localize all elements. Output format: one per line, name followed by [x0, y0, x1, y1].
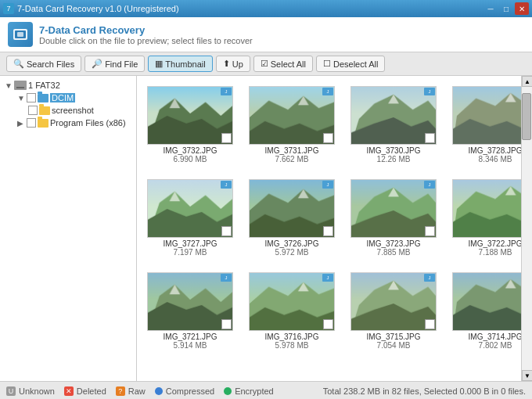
thumbnail-area[interactable]: JIMG_3732.JPG6.990 MBJIMG_3731.JPG7.662 … — [137, 76, 521, 381]
thumbnail-checkbox[interactable] — [221, 319, 232, 329]
file-type-badge: J — [322, 88, 333, 95]
thumbnail-checkbox[interactable] — [425, 319, 435, 329]
deselect-all-button[interactable]: ☐ Deselect All — [316, 56, 385, 72]
tree-children: ▼ DCIM screenshot ▶ Program Files (x86) — [3, 92, 133, 129]
thumbnail-filename: IMG_3728.JPG — [469, 146, 521, 155]
list-item[interactable]: JIMG_3716.JPG5.978 MB — [245, 268, 339, 354]
list-item[interactable]: JIMG_3730.JPG12.26 MB — [347, 82, 440, 167]
file-type-badge: J — [221, 88, 232, 95]
maximize-button[interactable]: □ — [499, 2, 513, 15]
checkbox-pf[interactable] — [27, 118, 36, 128]
close-button[interactable]: ✕ — [515, 2, 529, 15]
thumbnail-checkbox[interactable] — [221, 133, 232, 143]
thumbnail-checkbox[interactable] — [425, 226, 435, 236]
scroll-thumb[interactable] — [522, 93, 531, 140]
search-files-button[interactable]: 🔍 Search Files — [6, 56, 81, 72]
thumbnail-wrapper: J — [452, 179, 521, 238]
tree-toggle-dcim[interactable]: ▼ — [17, 94, 25, 102]
minimize-button[interactable]: ─ — [483, 2, 498, 15]
scroll-down-button[interactable]: ▼ — [522, 370, 532, 381]
title-bar-left: 7 7-Data Card Recovery v1.0 (Unregistere… — [3, 3, 179, 14]
thumbnail-checkbox[interactable] — [323, 226, 333, 236]
compressed-dot — [155, 387, 163, 395]
tree-toggle[interactable]: ▼ — [5, 81, 13, 90]
thumbnail-wrapper: J — [249, 86, 335, 145]
label-screenshot: screenshot — [52, 106, 94, 115]
thumbnail-checkbox[interactable] — [323, 319, 333, 329]
scroll-up-button[interactable]: ▲ — [522, 76, 532, 87]
thumbnail-wrapper: J — [147, 272, 233, 331]
list-item[interactable]: JIMG_3714.JPG7.802 MB — [448, 268, 521, 354]
search-icon: 🔍 — [13, 59, 24, 69]
unknown-icon: U — [6, 386, 16, 396]
file-type-badge: J — [424, 181, 435, 189]
file-type-badge: J — [221, 181, 232, 189]
thumbnail-filesize: 7.802 MB — [479, 341, 512, 350]
list-item[interactable]: JIMG_3728.JPG8.346 MB — [448, 82, 521, 167]
unknown-label: Unknown — [19, 386, 55, 396]
thumbnail-wrapper: J — [452, 272, 521, 331]
thumbnail-wrapper: J — [350, 86, 437, 145]
up-icon: ⬆ — [223, 59, 230, 69]
thumbnail-wrapper: J — [249, 272, 335, 331]
thumbnail-filename: IMG_3722.JPG — [469, 239, 521, 248]
thumbnail-checkbox[interactable] — [323, 133, 333, 143]
raw-icon: ? — [116, 386, 125, 396]
deselect-all-icon: ☐ — [323, 59, 331, 69]
sidebar: ▼ 1 FAT32 ▼ DCIM screenshot ▶ Program Fi… — [0, 76, 137, 381]
folder-program-files[interactable]: ▶ Program Files (x86) — [16, 117, 133, 129]
app-icon: 7 — [3, 3, 14, 14]
checkbox-screenshot[interactable] — [28, 106, 38, 115]
file-type-badge: J — [424, 88, 435, 95]
select-all-icon: ☑ — [261, 59, 268, 69]
folder-dcim[interactable]: ▼ DCIM — [16, 92, 133, 104]
folder-icon-screenshot — [39, 106, 50, 115]
svg-rect-2 — [17, 32, 23, 37]
thumbnail-filesize: 8.346 MB — [479, 155, 512, 164]
up-button[interactable]: ⬆ Up — [216, 56, 250, 72]
status-compressed: Compressed — [155, 386, 214, 396]
status-encrypted: Encrypted — [224, 386, 274, 396]
thumbnail-image — [452, 86, 521, 145]
folder-icon-dcim — [38, 94, 49, 102]
deleted-label: Deleted — [77, 386, 106, 396]
thumbnail-filesize: 12.26 MB — [377, 155, 411, 164]
thumbnail-icon: ▦ — [155, 59, 163, 69]
thumbnail-checkbox[interactable] — [425, 133, 435, 143]
thumbnail-button[interactable]: ▦ Thumbnail — [148, 56, 212, 72]
status-bar: U Unknown ✕ Deleted ? Raw Compressed Enc… — [0, 381, 532, 399]
scroll-track[interactable] — [522, 87, 532, 370]
app-header: 7-Data Card Recovery Double click on the… — [0, 17, 532, 52]
checkbox-dcim[interactable] — [27, 93, 36, 102]
encrypted-label: Encrypted — [235, 386, 274, 396]
tree-drive[interactable]: ▼ 1 FAT32 — [3, 79, 133, 92]
toolbar: 🔍 Search Files 🔎 Find File ▦ Thumbnail ⬆… — [0, 52, 532, 76]
list-item[interactable]: JIMG_3732.JPG6.990 MB — [143, 82, 237, 167]
thumbnail-filesize: 6.990 MB — [174, 155, 207, 164]
thumbnail-grid: JIMG_3732.JPG6.990 MBJIMG_3731.JPG7.662 … — [143, 82, 515, 354]
scrollbar[interactable]: ▲ ▼ — [521, 76, 532, 381]
list-item[interactable]: JIMG_3722.JPG7.188 MB — [448, 175, 521, 261]
label-pf: Program Files (x86) — [50, 118, 126, 128]
list-item[interactable]: JIMG_3726.JPG5.972 MB — [245, 175, 339, 261]
tree-toggle-pf[interactable]: ▶ — [17, 119, 25, 128]
thumbnail-filename: IMG_3730.JPG — [367, 146, 421, 155]
status-unknown: U Unknown — [6, 386, 55, 396]
thumbnail-filename: IMG_3714.JPG — [469, 332, 521, 341]
thumbnail-filesize: 7.662 MB — [275, 155, 309, 164]
list-item[interactable]: JIMG_3727.JPG7.197 MB — [143, 175, 237, 261]
find-file-button[interactable]: 🔎 Find File — [84, 56, 145, 72]
list-item[interactable]: JIMG_3715.JPG7.054 MB — [347, 268, 440, 354]
thumbnail-wrapper: J — [350, 179, 437, 238]
thumbnail-filesize: 7.197 MB — [174, 248, 207, 257]
list-item[interactable]: JIMG_3731.JPG7.662 MB — [245, 82, 339, 167]
list-item[interactable]: JIMG_3723.JPG7.885 MB — [347, 175, 440, 261]
list-item[interactable]: JIMG_3721.JPG5.914 MB — [143, 268, 237, 354]
thumbnail-filename: IMG_3727.JPG — [164, 239, 217, 248]
select-all-button[interactable]: ☑ Select All — [253, 56, 313, 72]
thumbnail-checkbox[interactable] — [221, 226, 232, 236]
folder-screenshot[interactable]: screenshot — [16, 104, 133, 117]
window-title: 7-Data Card Recovery v1.0 (Unregistered) — [17, 4, 179, 13]
thumbnail-wrapper: J — [452, 86, 521, 145]
label-dcim: DCIM — [50, 93, 75, 102]
